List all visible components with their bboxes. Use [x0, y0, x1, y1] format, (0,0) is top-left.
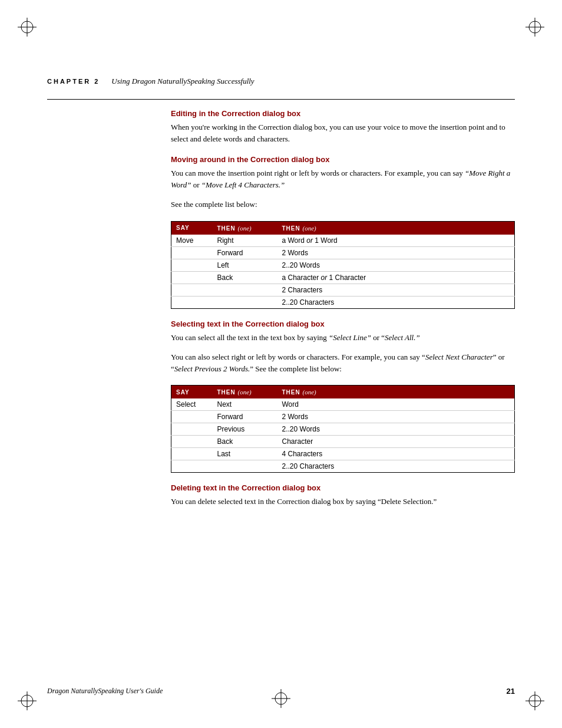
section-selecting-heading: Selecting text in the Correction dialog …	[171, 319, 515, 328]
table1-row1-then1: Right	[213, 235, 277, 247]
table-row: Select Next Word	[171, 398, 515, 411]
reg-mark-br	[525, 691, 544, 710]
reg-mark-bl	[18, 691, 37, 710]
table1-row4-say	[171, 271, 213, 284]
section-deleting-body: You can delete selected text in the Corr…	[171, 496, 515, 508]
table1-row3-then1: Left	[213, 259, 277, 271]
table2-row1-say: Select	[171, 398, 213, 411]
table2-row1-then2: Word	[277, 398, 515, 411]
section-moving-body2: See the complete list below:	[171, 199, 515, 210]
table2-row3-say	[171, 423, 213, 436]
table-row: Back a Character or 1 Character	[171, 271, 515, 284]
footer-title: Dragon NaturallySpeaking User's Guide	[47, 687, 163, 696]
reg-mark-tl	[18, 18, 37, 37]
table-row: 2 Characters	[171, 284, 515, 296]
table-row: Move Right a Word or 1 Word	[171, 235, 515, 247]
table1-row4-then2: a Character or 1 Character	[277, 271, 515, 284]
section-deleting-heading: Deleting text in the Correction dialog b…	[171, 483, 515, 492]
section-editing: Editing in the Correction dialog box Whe…	[171, 109, 515, 144]
table1-row6-then1	[213, 296, 277, 308]
table-row: Back Character	[171, 436, 515, 448]
table1-row5-then2: 2 Characters	[277, 284, 515, 296]
chapter-label: CHAPTER 2	[47, 78, 100, 85]
table2-row3-then2: 2..20 Words	[277, 423, 515, 436]
table2-header-then2: THEN (one)	[277, 386, 515, 399]
table2-header-say: SAY	[171, 386, 213, 399]
section-moving-heading: Moving around in the Correction dialog b…	[171, 155, 515, 164]
table2-row4-then1: Back	[213, 436, 277, 448]
table1-row5-then1	[213, 284, 277, 296]
table1-row5-say	[171, 284, 213, 296]
table-row: Forward 2 Words	[171, 411, 515, 423]
main-content: Editing in the Correction dialog box Whe…	[171, 109, 515, 663]
table1-row2-say	[171, 246, 213, 259]
table1-header-then1: THEN (one)	[213, 221, 277, 235]
section-moving: Moving around in the Correction dialog b…	[171, 155, 515, 210]
section-selecting: Selecting text in the Correction dialog …	[171, 319, 515, 375]
table1-row4-then1: Back	[213, 271, 277, 284]
table2-header-then1: THEN (one)	[213, 386, 277, 399]
section-selecting-body1: You can select all the text in the text …	[171, 332, 515, 344]
table1-row3-then2: 2..20 Words	[277, 259, 515, 271]
table2-row6-then2: 2..20 Characters	[277, 460, 515, 473]
table2-row6-then1	[213, 460, 277, 473]
table-move: SAY THEN (one) THEN (one) Move Right a W…	[171, 221, 515, 309]
table1-row3-say	[171, 259, 213, 271]
table1-row1-say: Move	[171, 235, 213, 247]
table1-row6-then2: 2..20 Characters	[277, 296, 515, 308]
table2-row2-then1: Forward	[213, 411, 277, 423]
table2-row2-then2: 2 Words	[277, 411, 515, 423]
table2-row5-then1: Last	[213, 448, 277, 460]
footer-page-number: 21	[507, 687, 515, 696]
table-row: 2..20 Characters	[171, 460, 515, 473]
section-deleting: Deleting text in the Correction dialog b…	[171, 483, 515, 508]
table-row: Forward 2 Words	[171, 246, 515, 259]
page-header: CHAPTER 2 Using Dragon NaturallySpeaking…	[47, 77, 515, 86]
table-row: Previous 2..20 Words	[171, 423, 515, 436]
table2-row5-say	[171, 448, 213, 460]
section-editing-heading: Editing in the Correction dialog box	[171, 109, 515, 118]
page: CHAPTER 2 Using Dragon NaturallySpeaking…	[0, 0, 562, 728]
table-select: SAY THEN (one) THEN (one) Select Next Wo…	[171, 385, 515, 473]
table1-row1-then2: a Word or 1 Word	[277, 235, 515, 247]
table2-row1-then1: Next	[213, 398, 277, 411]
table2-row5-then2: 4 Characters	[277, 448, 515, 460]
table1-row6-say	[171, 296, 213, 308]
table2-row2-say	[171, 411, 213, 423]
table-row: Left 2..20 Words	[171, 259, 515, 271]
page-footer: Dragon NaturallySpeaking User's Guide 21	[47, 687, 515, 696]
chapter-subtitle: Using Dragon NaturallySpeaking Successfu…	[111, 77, 254, 86]
section-selecting-body2: You can also select right or left by wor…	[171, 351, 515, 374]
table-row: Last 4 Characters	[171, 448, 515, 460]
table2-row4-then2: Character	[277, 436, 515, 448]
reg-mark-tr	[525, 18, 544, 37]
table2-row4-say	[171, 436, 213, 448]
table1-row2-then1: Forward	[213, 246, 277, 259]
table-row: 2..20 Characters	[171, 296, 515, 308]
table1-header-say: SAY	[171, 221, 213, 235]
table1-row2-then2: 2 Words	[277, 246, 515, 259]
table1-header-then2: THEN (one)	[277, 221, 515, 235]
section-editing-body: When you're working in the Correction di…	[171, 121, 515, 144]
section-moving-body1: You can move the insertion point right o…	[171, 167, 515, 190]
header-rule	[47, 99, 515, 100]
table2-row3-then1: Previous	[213, 423, 277, 436]
table2-row6-say	[171, 460, 213, 473]
